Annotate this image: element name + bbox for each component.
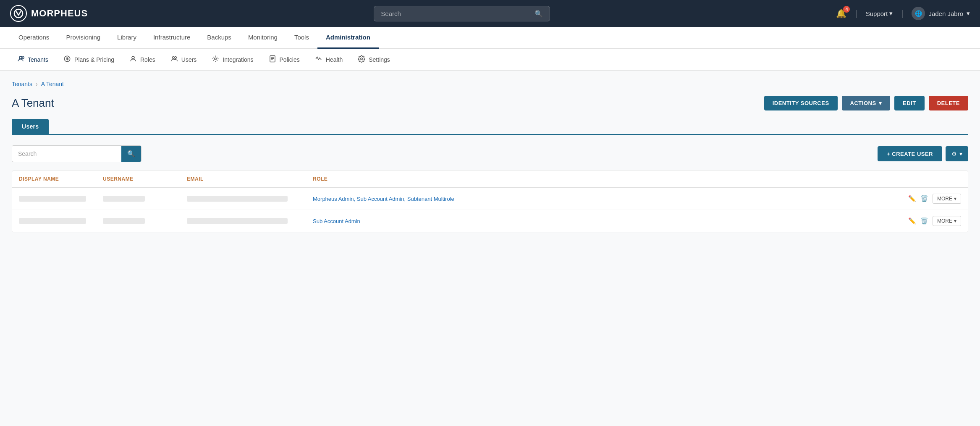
chevron-down-icon: ▾ — [889, 10, 893, 17]
nav-item-administration[interactable]: Administration — [317, 27, 379, 49]
action-buttons: IDENTITY SOURCES ACTIONS ▾ EDIT DELETE — [764, 96, 968, 110]
top-nav: MORPHEUS 🔍 🔔 4 | Support ▾ | 🌐 Jaden Jab… — [0, 0, 980, 27]
breadcrumb: Tenants › A Tenant — [12, 81, 968, 87]
delete-row-icon[interactable]: 🗑️ — [920, 195, 928, 202]
subnav-item-users[interactable]: Users — [164, 49, 204, 71]
more-button-row2[interactable]: MORE ▾ — [933, 216, 961, 226]
search-icon-btn: 🔍 — [127, 150, 135, 157]
nav-right: 🔔 4 | Support ▾ | 🌐 Jaden Jabro ▾ — [836, 7, 970, 20]
table-row: Morpheus Admin, Sub Account Admin, Subte… — [12, 188, 968, 210]
actions-button[interactable]: ACTIONS ▾ — [842, 96, 891, 110]
chevron-down-icon-5: ▾ — [954, 218, 956, 224]
display-name-placeholder-2 — [19, 218, 86, 224]
health-icon — [315, 55, 322, 64]
nav-item-backups[interactable]: Backups — [199, 27, 240, 49]
content-area: Tenants › A Tenant A Tenant IDENTITY SOU… — [0, 71, 980, 426]
tenants-icon — [17, 55, 24, 64]
more-button-row1[interactable]: MORE ▾ — [933, 194, 961, 204]
edit-row-icon-2[interactable]: ✏️ — [908, 217, 916, 225]
nav-item-infrastructure[interactable]: Infrastructure — [145, 27, 199, 49]
username-placeholder — [103, 196, 145, 202]
svg-point-1 — [19, 56, 22, 59]
table-header: DISPLAY NAME USERNAME EMAIL ROLE — [12, 171, 968, 188]
delete-button[interactable]: DELETE — [929, 96, 968, 110]
svg-point-12 — [361, 58, 363, 60]
notification-badge: 4 — [843, 6, 850, 13]
username-placeholder-2 — [103, 218, 145, 224]
cell-email — [187, 196, 313, 202]
chevron-down-icon-4: ▾ — [954, 196, 956, 202]
edit-button[interactable]: EDIT — [894, 96, 925, 110]
policies-icon — [269, 55, 276, 64]
cell-display-name — [19, 196, 103, 202]
svg-point-6 — [175, 56, 177, 58]
cell-role: Morpheus Admin, Sub Account Admin, Subte… — [313, 196, 907, 202]
search-box: 🔍 — [374, 6, 550, 21]
support-button[interactable]: Support ▾ — [866, 10, 893, 17]
subnav-item-integrations[interactable]: Integrations — [205, 49, 260, 71]
display-name-placeholder — [19, 196, 86, 202]
plans-pricing-icon — [63, 55, 71, 64]
cell-username — [103, 196, 187, 202]
col-actions — [919, 176, 961, 182]
roles-icon — [129, 55, 137, 64]
breadcrumb-current: A Tenant — [41, 81, 64, 87]
toolbar-right: + CREATE USER ⚙ ▾ — [878, 146, 968, 161]
user-search-field: 🔍 — [12, 145, 141, 162]
gear-chevron-icon: ▾ — [959, 150, 962, 157]
user-menu[interactable]: 🌐 Jaden Jabro ▾ — [912, 7, 970, 20]
subnav-item-tenants[interactable]: Tenants — [10, 49, 55, 71]
row-actions: ✏️ 🗑️ MORE ▾ — [907, 194, 961, 204]
logo-text: MORPHEUS — [31, 8, 88, 19]
tabs: Users — [12, 119, 968, 135]
subnav-item-settings[interactable]: Settings — [351, 49, 397, 71]
create-user-button[interactable]: + CREATE USER — [878, 146, 942, 161]
col-username: USERNAME — [103, 176, 187, 182]
avatar: 🌐 — [912, 7, 925, 20]
edit-row-icon[interactable]: ✏️ — [908, 195, 916, 202]
col-email: EMAIL — [187, 176, 313, 182]
col-display-name: DISPLAY NAME — [19, 176, 103, 182]
gear-icon: ⚙ — [951, 150, 957, 157]
table-row: Sub Account Admin ✏️ 🗑️ MORE ▾ — [12, 210, 968, 232]
user-search-button[interactable]: 🔍 — [121, 146, 141, 162]
search-icon[interactable]: 🔍 — [535, 10, 543, 18]
gear-button[interactable]: ⚙ ▾ — [946, 146, 968, 161]
breadcrumb-parent[interactable]: Tenants — [12, 81, 32, 87]
notification-bell[interactable]: 🔔 4 — [836, 8, 846, 18]
identity-sources-button[interactable]: IDENTITY SOURCES — [764, 96, 838, 110]
chevron-down-icon-2: ▾ — [967, 10, 970, 17]
breadcrumb-separator: › — [36, 81, 38, 87]
page-header: A Tenant IDENTITY SOURCES ACTIONS ▾ EDIT… — [12, 96, 968, 110]
nav-item-tools[interactable]: Tools — [286, 27, 317, 49]
nav-item-monitoring[interactable]: Monitoring — [240, 27, 286, 49]
subnav-item-policies[interactable]: Policies — [262, 49, 307, 71]
logo[interactable]: MORPHEUS — [10, 5, 88, 22]
page-title: A Tenant — [12, 97, 54, 110]
users-table: DISPLAY NAME USERNAME EMAIL ROLE Morpheu… — [12, 171, 968, 232]
subnav-item-roles[interactable]: Roles — [123, 49, 162, 71]
integrations-icon — [212, 55, 219, 64]
svg-point-2 — [22, 56, 24, 58]
cell-email-2 — [187, 218, 313, 224]
settings-icon — [358, 55, 365, 64]
nav-item-provisioning[interactable]: Provisioning — [58, 27, 109, 49]
nav-divider: | — [855, 9, 857, 18]
main-nav: Operations Provisioning Library Infrastr… — [0, 27, 980, 49]
svg-point-4 — [132, 56, 134, 59]
cell-username-2 — [103, 218, 187, 224]
user-search-input[interactable] — [12, 146, 121, 161]
svg-point-7 — [215, 58, 217, 60]
tab-users[interactable]: Users — [12, 119, 49, 134]
svg-point-5 — [172, 56, 174, 58]
sub-nav: Tenants Plans & Pricing Roles Users Inte… — [0, 49, 980, 71]
toolbar: 🔍 + CREATE USER ⚙ ▾ — [12, 145, 968, 162]
subnav-item-health[interactable]: Health — [308, 49, 349, 71]
delete-row-icon-2[interactable]: 🗑️ — [920, 217, 928, 225]
nav-item-library[interactable]: Library — [109, 27, 145, 49]
email-placeholder-2 — [187, 218, 288, 224]
subnav-item-plans-pricing[interactable]: Plans & Pricing — [57, 49, 121, 71]
nav-item-operations[interactable]: Operations — [10, 27, 58, 49]
search-input[interactable] — [381, 10, 531, 17]
search-area: 🔍 — [96, 6, 828, 21]
